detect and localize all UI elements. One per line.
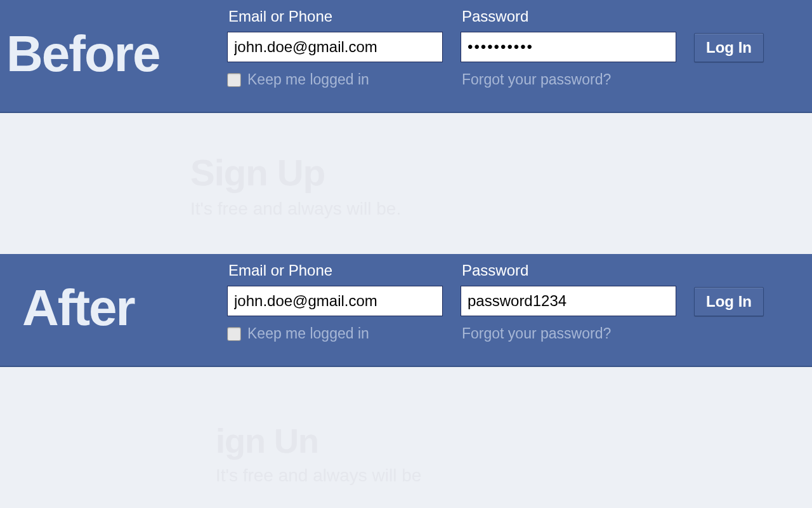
- after-section: After Email or Phone Keep me logged in P…: [0, 254, 812, 508]
- signup-title: Sign Up: [190, 151, 401, 194]
- forgot-password-link[interactable]: Forgot your password?: [461, 71, 676, 88]
- email-input[interactable]: [227, 286, 443, 316]
- signup-ghost: ign Un It's free and always will be: [216, 421, 421, 486]
- password-group: Password Forgot your password?: [461, 262, 676, 342]
- password-input-revealed[interactable]: [461, 286, 676, 316]
- login-form-before: Email or Phone Keep me logged in Passwor…: [227, 8, 764, 88]
- email-label: Email or Phone: [227, 262, 443, 279]
- email-label: Email or Phone: [227, 8, 443, 25]
- login-form-after: Email or Phone Keep me logged in Passwor…: [227, 262, 764, 342]
- keep-logged-label: Keep me logged in: [247, 71, 369, 88]
- keep-logged-row: Keep me logged in: [227, 71, 443, 88]
- body-area-before: Sign Up It's free and always will be.: [0, 113, 812, 254]
- overlay-label-after: After: [22, 283, 134, 333]
- signup-ghost: Sign Up It's free and always will be.: [190, 151, 401, 219]
- login-header-after: After Email or Phone Keep me logged in P…: [0, 254, 812, 367]
- email-group: Email or Phone Keep me logged in: [227, 262, 443, 342]
- overlay-label-before: Before: [6, 29, 159, 79]
- forgot-password-link[interactable]: Forgot your password?: [461, 325, 676, 342]
- login-header-before: Before Email or Phone Keep me logged in …: [0, 0, 812, 113]
- login-button-wrap: Log In: [694, 262, 764, 316]
- signup-sub: It's free and always will be: [216, 465, 421, 486]
- before-section: Before Email or Phone Keep me logged in …: [0, 0, 812, 254]
- email-input[interactable]: [227, 32, 443, 62]
- keep-logged-label: Keep me logged in: [247, 325, 369, 342]
- keep-logged-row: Keep me logged in: [227, 325, 443, 342]
- keep-logged-checkbox[interactable]: [227, 327, 241, 341]
- signup-title: ign Un: [216, 421, 421, 460]
- password-label: Password: [461, 8, 676, 25]
- password-group: Password Forgot your password?: [461, 8, 676, 88]
- login-button[interactable]: Log In: [694, 33, 764, 62]
- body-area-after: ign Un It's free and always will be: [0, 367, 812, 508]
- password-input[interactable]: [461, 32, 676, 62]
- email-group: Email or Phone Keep me logged in: [227, 8, 443, 88]
- login-button-wrap: Log In: [694, 8, 764, 62]
- signup-sub: It's free and always will be.: [190, 199, 401, 219]
- keep-logged-checkbox[interactable]: [227, 73, 241, 87]
- login-button[interactable]: Log In: [694, 287, 764, 316]
- password-label: Password: [461, 262, 676, 279]
